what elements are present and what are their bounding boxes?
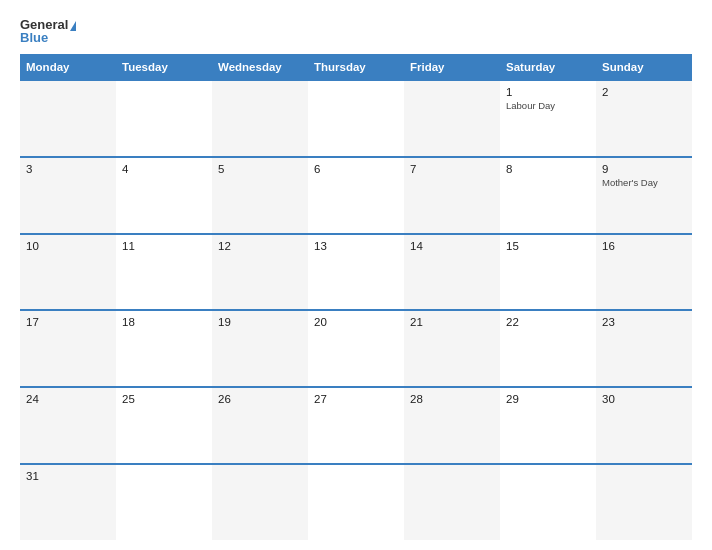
cal-cell: 23 xyxy=(596,311,692,386)
cal-cell xyxy=(116,81,212,156)
cal-cell xyxy=(116,465,212,540)
cal-cell: 30 xyxy=(596,388,692,463)
cal-cell xyxy=(308,465,404,540)
weekday-header-friday: Friday xyxy=(404,56,500,77)
cal-cell: 4 xyxy=(116,158,212,233)
cal-cell: 26 xyxy=(212,388,308,463)
cal-cell: 18 xyxy=(116,311,212,386)
calendar-row-2: 3456789Mother's Day xyxy=(20,156,692,233)
weekday-header-tuesday: Tuesday xyxy=(116,56,212,77)
calendar-page: General Blue MondayTuesdayWednesdayThurs… xyxy=(0,0,712,550)
calendar-grid: MondayTuesdayWednesdayThursdayFridaySatu… xyxy=(20,54,692,540)
day-number: 25 xyxy=(122,393,206,405)
cal-cell: 5 xyxy=(212,158,308,233)
cal-cell: 2 xyxy=(596,81,692,156)
day-number: 18 xyxy=(122,316,206,328)
cal-cell xyxy=(212,81,308,156)
calendar-row-5: 24252627282930 xyxy=(20,386,692,463)
cal-cell: 7 xyxy=(404,158,500,233)
cal-cell: 29 xyxy=(500,388,596,463)
logo-triangle-icon xyxy=(70,21,76,31)
cal-cell: 22 xyxy=(500,311,596,386)
day-number: 15 xyxy=(506,240,590,252)
day-number: 31 xyxy=(26,470,110,482)
cal-cell: 28 xyxy=(404,388,500,463)
calendar-body: 1Labour Day23456789Mother's Day101112131… xyxy=(20,79,692,540)
day-number: 27 xyxy=(314,393,398,405)
day-number: 23 xyxy=(602,316,686,328)
day-number: 4 xyxy=(122,163,206,175)
day-event: Mother's Day xyxy=(602,177,686,189)
day-number: 2 xyxy=(602,86,686,98)
cal-cell: 31 xyxy=(20,465,116,540)
day-event: Labour Day xyxy=(506,100,590,112)
day-number: 30 xyxy=(602,393,686,405)
cal-cell: 17 xyxy=(20,311,116,386)
cal-cell: 11 xyxy=(116,235,212,310)
cal-cell: 13 xyxy=(308,235,404,310)
cal-cell: 9Mother's Day xyxy=(596,158,692,233)
calendar-header-row: MondayTuesdayWednesdayThursdayFridaySatu… xyxy=(20,54,692,79)
cal-cell xyxy=(20,81,116,156)
cal-cell xyxy=(308,81,404,156)
logo-blue-text: Blue xyxy=(20,31,48,44)
cal-cell: 24 xyxy=(20,388,116,463)
cal-cell: 8 xyxy=(500,158,596,233)
cal-cell xyxy=(500,465,596,540)
cal-cell: 1Labour Day xyxy=(500,81,596,156)
day-number: 12 xyxy=(218,240,302,252)
day-number: 21 xyxy=(410,316,494,328)
calendar-header: General Blue xyxy=(20,18,692,44)
day-number: 29 xyxy=(506,393,590,405)
day-number: 6 xyxy=(314,163,398,175)
cal-cell: 19 xyxy=(212,311,308,386)
day-number: 8 xyxy=(506,163,590,175)
calendar-row-4: 17181920212223 xyxy=(20,309,692,386)
day-number: 5 xyxy=(218,163,302,175)
day-number: 13 xyxy=(314,240,398,252)
weekday-header-wednesday: Wednesday xyxy=(212,56,308,77)
cal-cell: 16 xyxy=(596,235,692,310)
cal-cell xyxy=(404,81,500,156)
cal-cell: 20 xyxy=(308,311,404,386)
cal-cell: 15 xyxy=(500,235,596,310)
cal-cell: 12 xyxy=(212,235,308,310)
day-number: 3 xyxy=(26,163,110,175)
day-number: 9 xyxy=(602,163,686,175)
cal-cell: 14 xyxy=(404,235,500,310)
day-number: 22 xyxy=(506,316,590,328)
cal-cell: 10 xyxy=(20,235,116,310)
cal-cell xyxy=(596,465,692,540)
weekday-header-saturday: Saturday xyxy=(500,56,596,77)
day-number: 16 xyxy=(602,240,686,252)
cal-cell: 25 xyxy=(116,388,212,463)
day-number: 10 xyxy=(26,240,110,252)
day-number: 28 xyxy=(410,393,494,405)
day-number: 26 xyxy=(218,393,302,405)
weekday-header-monday: Monday xyxy=(20,56,116,77)
cal-cell: 21 xyxy=(404,311,500,386)
cal-cell: 3 xyxy=(20,158,116,233)
cal-cell xyxy=(212,465,308,540)
cal-cell: 27 xyxy=(308,388,404,463)
logo: General Blue xyxy=(20,18,76,44)
day-number: 14 xyxy=(410,240,494,252)
calendar-row-6: 31 xyxy=(20,463,692,540)
day-number: 11 xyxy=(122,240,206,252)
calendar-row-1: 1Labour Day2 xyxy=(20,79,692,156)
cal-cell: 6 xyxy=(308,158,404,233)
day-number: 1 xyxy=(506,86,590,98)
calendar-row-3: 10111213141516 xyxy=(20,233,692,310)
day-number: 19 xyxy=(218,316,302,328)
weekday-header-thursday: Thursday xyxy=(308,56,404,77)
day-number: 20 xyxy=(314,316,398,328)
day-number: 7 xyxy=(410,163,494,175)
day-number: 24 xyxy=(26,393,110,405)
weekday-header-sunday: Sunday xyxy=(596,56,692,77)
cal-cell xyxy=(404,465,500,540)
day-number: 17 xyxy=(26,316,110,328)
